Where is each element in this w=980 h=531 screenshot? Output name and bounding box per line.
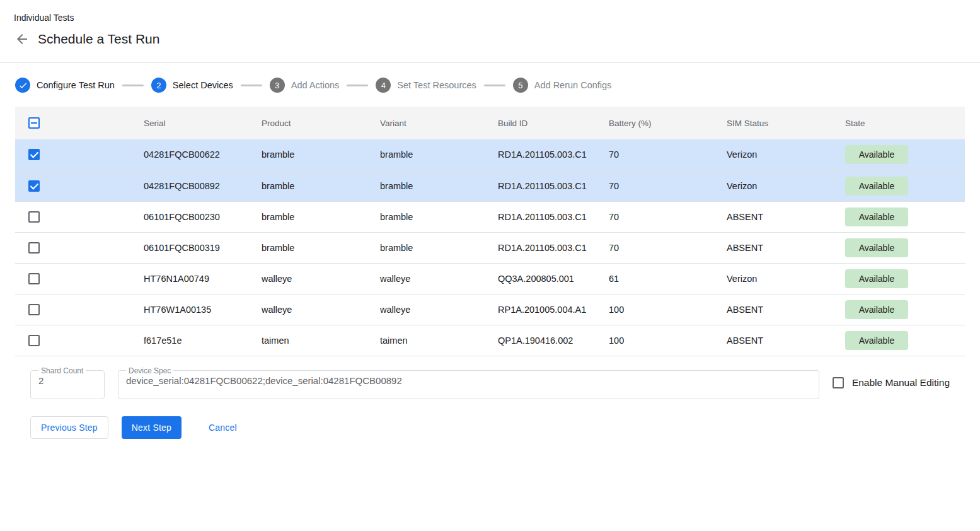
row-checkbox[interactable]	[28, 211, 40, 223]
cell-variant: bramble	[365, 170, 483, 201]
row-checkbox-cell	[15, 139, 129, 170]
enable-manual-editing[interactable]: Enable Manual Editing	[833, 377, 950, 388]
shard-count-label: Shard Count	[38, 366, 86, 375]
cell-battery: 70	[594, 139, 712, 170]
previous-step-button[interactable]: Previous Step	[30, 416, 108, 439]
column-header-build-id: Build ID	[483, 107, 594, 139]
row-checkbox[interactable]	[28, 304, 40, 315]
cell-product: bramble	[246, 139, 365, 170]
stepper: Configure Test Run2Select Devices3Add Ac…	[0, 63, 980, 107]
step-label: Set Test Resources	[397, 80, 476, 90]
row-checkbox[interactable]	[28, 242, 40, 254]
cell-sim-status: Verizon	[712, 139, 830, 170]
row-checkbox[interactable]	[28, 273, 40, 284]
cell-battery: 70	[594, 201, 712, 232]
cell-build-id: RP1A.201005.004.A1	[483, 294, 594, 325]
step-label: Add Rerun Configs	[534, 80, 612, 90]
cell-state: Available	[830, 139, 965, 170]
step-label: Select Devices	[173, 80, 233, 90]
row-checkbox[interactable]	[28, 335, 40, 346]
device-spec-label: Device Spec	[126, 366, 173, 375]
back-button[interactable]	[14, 31, 30, 47]
cell-serial: HT76W1A00135	[129, 294, 246, 325]
cancel-button[interactable]: Cancel	[202, 416, 243, 439]
column-header-serial: Serial	[129, 107, 246, 139]
form-row: Shard Count Device Spec Enable Manual Ed…	[15, 366, 965, 399]
stepper-step-add-rerun-configs[interactable]: 5Add Rerun Configs	[513, 78, 612, 93]
row-checkbox-cell	[15, 232, 129, 263]
cell-battery: 61	[594, 263, 712, 294]
column-header-battery-: Battery (%)	[594, 107, 712, 139]
cell-state: Available	[830, 263, 965, 294]
row-checkbox-cell	[15, 201, 129, 232]
cell-serial: 06101FQCB00230	[129, 201, 246, 232]
device-row[interactable]: HT76N1A00749walleyewalleyeQQ3A.200805.00…	[15, 263, 965, 294]
device-spec-input[interactable]	[126, 375, 811, 391]
device-row[interactable]: f617e51etaimentaimenQP1A.190416.002100AB…	[15, 325, 965, 356]
cell-battery: 70	[594, 232, 712, 263]
step-label: Add Actions	[291, 80, 340, 90]
column-header-sim-status: SIM Status	[712, 107, 830, 139]
step-number: 2	[151, 78, 166, 93]
column-header-state: State	[830, 107, 965, 139]
cell-serial: HT76N1A00749	[129, 263, 246, 294]
arrow-left-icon	[14, 32, 30, 47]
stepper-step-configure-test-run[interactable]: Configure Test Run	[15, 78, 115, 93]
cell-sim-status: ABSENT	[712, 294, 830, 325]
device-row[interactable]: 06101FQCB00319bramblebrambleRD1A.201105.…	[15, 232, 965, 263]
device-row[interactable]: 06101FQCB00230bramblebrambleRD1A.201105.…	[15, 201, 965, 232]
cell-serial: 04281FQCB00622	[129, 139, 246, 170]
cell-build-id: RD1A.201105.003.C1	[483, 139, 594, 170]
device-row[interactable]: HT76W1A00135walleyewalleyeRP1A.201005.00…	[15, 294, 965, 325]
step-number: 4	[376, 78, 391, 93]
action-buttons: Previous Step Next Step Cancel	[15, 416, 965, 439]
step-number: 5	[513, 78, 528, 93]
state-badge: Available	[845, 207, 908, 226]
row-checkbox-cell	[15, 170, 129, 201]
cell-variant: walleye	[365, 263, 483, 294]
cell-state: Available	[830, 170, 965, 201]
cell-sim-status: ABSENT	[712, 325, 830, 356]
cell-battery: 100	[594, 294, 712, 325]
cell-state: Available	[830, 232, 965, 263]
row-checkbox[interactable]	[28, 180, 40, 192]
cell-product: bramble	[246, 170, 365, 201]
row-checkbox-cell	[15, 294, 129, 325]
stepper-step-add-actions[interactable]: 3Add Actions	[270, 78, 340, 93]
enable-manual-editing-label: Enable Manual Editing	[852, 377, 950, 388]
stepper-connector	[241, 85, 262, 86]
stepper-connector	[347, 85, 368, 86]
stepper-step-set-test-resources[interactable]: 4Set Test Resources	[376, 78, 476, 93]
cell-build-id: QQ3A.200805.001	[483, 263, 594, 294]
cell-serial: 04281FQCB00892	[129, 170, 246, 201]
device-row[interactable]: 04281FQCB00622bramblebrambleRD1A.201105.…	[15, 139, 965, 170]
cell-product: walleye	[246, 294, 365, 325]
stepper-connector	[484, 85, 505, 86]
select-all-checkbox[interactable]	[28, 117, 40, 129]
column-header-variant: Variant	[365, 107, 483, 139]
title-row: Schedule a Test Run	[14, 31, 965, 47]
shard-count-field: Shard Count	[30, 366, 105, 399]
next-step-button[interactable]: Next Step	[122, 416, 182, 439]
select-all-header-cell	[15, 107, 129, 139]
stepper-step-select-devices[interactable]: 2Select Devices	[151, 78, 233, 93]
device-row[interactable]: 04281FQCB00892bramblebrambleRD1A.201105.…	[15, 170, 965, 201]
cell-build-id: RD1A.201105.003.C1	[483, 201, 594, 232]
row-checkbox[interactable]	[28, 149, 40, 160]
shard-count-input[interactable]	[38, 375, 96, 391]
cell-sim-status: ABSENT	[712, 201, 830, 232]
page-title: Schedule a Test Run	[38, 32, 159, 47]
cell-variant: bramble	[365, 201, 483, 232]
enable-manual-editing-checkbox[interactable]	[833, 377, 844, 388]
state-badge: Available	[845, 177, 908, 195]
cell-variant: walleye	[365, 294, 483, 325]
cell-product: walleye	[246, 263, 365, 294]
step-number: 3	[270, 78, 285, 93]
column-header-product: Product	[246, 107, 365, 139]
step-label: Configure Test Run	[37, 80, 115, 90]
breadcrumb: Individual Tests	[14, 13, 965, 23]
state-badge: Available	[845, 145, 908, 164]
cell-battery: 70	[594, 170, 712, 201]
cell-state: Available	[830, 325, 965, 356]
state-badge: Available	[845, 238, 908, 257]
